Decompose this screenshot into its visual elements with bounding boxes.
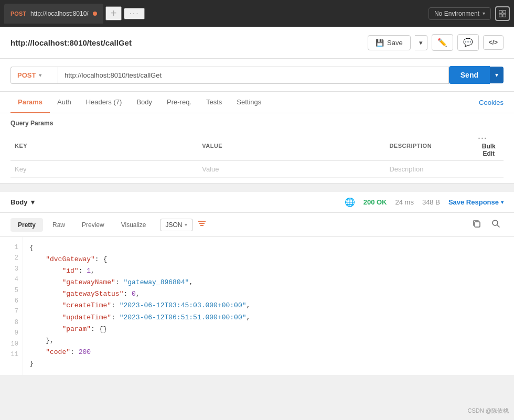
code-line-9: }, (29, 335, 508, 347)
tab-body[interactable]: Body (129, 92, 159, 113)
description-input[interactable] (389, 165, 469, 173)
tab-method-badge: POST (10, 10, 26, 17)
response-size: 348 B (422, 198, 440, 206)
save-response-chevron: ▾ (501, 199, 504, 205)
response-time: 24 ms (395, 198, 414, 206)
value-col-header: VALUE (198, 131, 385, 161)
response-view-tabs: Pretty Raw Preview Visualize JSON ▾ (0, 213, 514, 237)
svg-rect-7 (475, 222, 480, 227)
tab-tests[interactable]: Tests (199, 92, 229, 113)
tab-headers[interactable]: Headers (7) (79, 92, 130, 113)
environment-settings-button[interactable] (495, 6, 510, 21)
code-line-10: "code": 200 (29, 347, 508, 358)
tab-params[interactable]: Params (10, 92, 50, 113)
code-line-6: "createTime": "2023-06-12T03:45:03.000+0… (29, 300, 508, 311)
tab-auth[interactable]: Auth (50, 92, 79, 113)
format-chevron-icon: ▾ (185, 222, 187, 228)
format-label: JSON (166, 221, 183, 229)
comment-icon-button[interactable]: 💬 (457, 34, 479, 51)
query-params-title: Query Params (10, 113, 504, 131)
filter-button[interactable] (197, 219, 207, 231)
value-input[interactable] (202, 165, 381, 173)
code-line-4: "gatewayName": "gateway_896804", (29, 277, 508, 288)
svg-rect-3 (503, 14, 506, 17)
save-icon: 💾 (376, 39, 384, 47)
header-actions: 💾 Save ▾ ✏️ 💬 </> (368, 34, 504, 51)
body-label-text: Body (10, 198, 28, 206)
bulk-edit-button[interactable]: Bulk Edit (478, 143, 499, 157)
response-status: 🌐 200 OK 24 ms 348 B Save Response ▾ (345, 197, 504, 207)
tab-settings[interactable]: Settings (229, 92, 269, 113)
code-line-7: "updateTime": "2023-06-12T06:51:51.000+0… (29, 312, 508, 324)
active-tab[interactable]: POST http://localhost:8010/ (4, 4, 103, 24)
key-col-header: KEY (10, 131, 198, 161)
url-bar: POST ▾ Send ▾ (0, 59, 514, 92)
code-line-5: "gatewayStatus": 0, (29, 288, 508, 300)
desc-col-header: DESCRIPTION (385, 131, 474, 161)
method-select[interactable]: POST ▾ (10, 67, 58, 84)
code-line-1: { (29, 242, 508, 254)
more-tabs-button[interactable]: ··· (124, 8, 144, 19)
method-label: POST (17, 71, 36, 79)
search-response-button[interactable] (488, 217, 504, 232)
desc-cell (385, 161, 474, 178)
view-tab-raw[interactable]: Raw (45, 218, 72, 232)
save-response-button[interactable]: Save Response ▾ (448, 198, 504, 206)
params-table: KEY VALUE DESCRIPTION ··· Bulk Edit (10, 131, 504, 178)
params-more-icon[interactable]: ··· (478, 134, 488, 143)
edit-icon-button[interactable]: ✏️ (432, 34, 453, 51)
response-body-label[interactable]: Body ▾ (10, 198, 35, 206)
status-code: 200 OK (363, 198, 387, 206)
row-actions-cell (474, 161, 504, 178)
view-tab-visualize[interactable]: Visualize (114, 218, 154, 232)
tab-prereq[interactable]: Pre-req. (159, 92, 199, 113)
save-button[interactable]: 💾 Save (368, 35, 411, 50)
view-tab-preview[interactable]: Preview (74, 218, 112, 232)
code-line-11: } (29, 358, 508, 370)
json-response-area: 1 2 3 4 5 6 7 8 9 10 11 { "dvcGateway": … (0, 237, 514, 375)
svg-rect-2 (499, 14, 502, 17)
new-tab-button[interactable]: + (105, 6, 122, 20)
tab-bar-right: No Environment ▾ (429, 6, 510, 21)
body-chevron-icon: ▾ (31, 198, 35, 206)
json-content: 1 2 3 4 5 6 7 8 9 10 11 { "dvcGateway": … (0, 237, 514, 375)
code-line-8: "param": {} (29, 324, 508, 335)
format-selector[interactable]: JSON ▾ (160, 219, 193, 231)
code-button[interactable]: </> (483, 35, 504, 50)
send-chevron-button[interactable]: ▾ (490, 67, 504, 83)
key-input[interactable] (15, 165, 194, 173)
tab-url: http://localhost:8010/ (30, 10, 89, 17)
tab-bar: POST http://localhost:8010/ + ··· No Env… (0, 0, 514, 27)
send-button-group: Send ▾ (449, 66, 504, 84)
line-numbers: 1 2 3 4 5 6 7 8 9 10 11 (0, 237, 23, 375)
method-chevron-icon: ▾ (39, 72, 41, 78)
section-divider (0, 184, 514, 188)
table-row (10, 161, 504, 178)
response-section: Body ▾ 🌐 200 OK 24 ms 348 B Save Respons… (0, 192, 514, 375)
response-header: Body ▾ 🌐 200 OK 24 ms 348 B Save Respons… (0, 192, 514, 213)
request-title: http://localhost:8010/test/callGet (10, 38, 132, 47)
env-chevron: ▾ (483, 10, 485, 16)
save-label: Save (387, 39, 403, 47)
send-button[interactable]: Send (449, 66, 490, 84)
url-input[interactable] (58, 67, 449, 84)
save-chevron-button[interactable]: ▾ (415, 35, 427, 50)
code-line-3: "id": 1, (29, 265, 508, 277)
env-label: No Environment (434, 10, 479, 17)
cookies-button[interactable]: Cookies (479, 92, 504, 113)
tabs-nav-right: Cookies (479, 92, 504, 113)
value-cell (198, 161, 385, 178)
environment-selector[interactable]: No Environment ▾ (429, 7, 491, 20)
request-tabs-nav: Params Auth Headers (7) Body Pre-req. Te… (0, 92, 514, 113)
tab-modified-dot (93, 12, 97, 16)
code-content: { "dvcGateway": { "id": 1, "gatewayName"… (23, 237, 514, 375)
query-params-section: Query Params KEY VALUE DESCRIPTION ··· B… (0, 113, 514, 184)
copy-response-button[interactable] (469, 217, 484, 232)
svg-line-9 (497, 225, 499, 227)
key-cell (10, 161, 198, 178)
code-line-2: "dvcGateway": { (29, 254, 508, 265)
view-tab-pretty[interactable]: Pretty (10, 218, 43, 232)
request-header: http://localhost:8010/test/callGet 💾 Sav… (0, 27, 514, 59)
save-response-label: Save Response (448, 198, 499, 206)
svg-rect-1 (503, 10, 506, 13)
